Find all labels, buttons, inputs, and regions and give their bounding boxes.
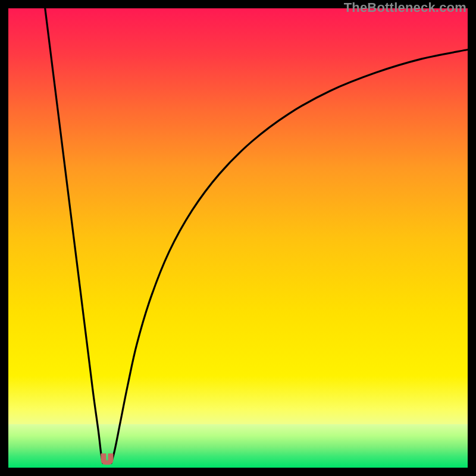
chart-plot-area xyxy=(8,8,468,468)
watermark-text: TheBottleneck.com xyxy=(344,0,466,15)
chart-svg xyxy=(8,8,468,468)
gradient-background xyxy=(8,8,468,468)
chart-frame: TheBottleneck.com xyxy=(0,0,476,476)
